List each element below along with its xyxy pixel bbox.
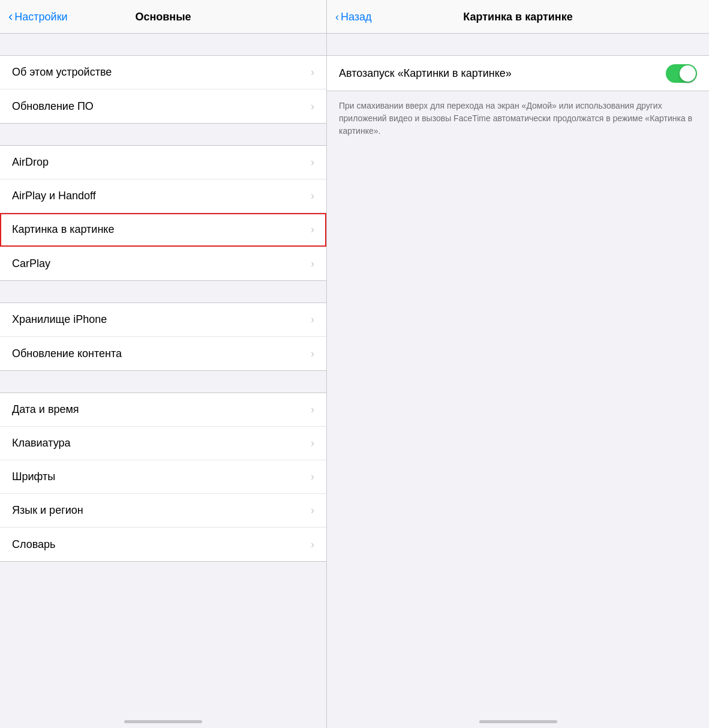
sidebar-item-shrifty[interactable]: Шрифты › [0, 460, 326, 494]
autostart-label: Автозапуск «Картинки в картинке» [339, 67, 512, 80]
left-back-chevron: ‹ [8, 9, 13, 25]
chevron-airplay-handoff: › [311, 190, 314, 202]
chevron-carplay: › [311, 257, 314, 270]
item-label-hranilishche: Хранилище iPhone [12, 313, 107, 326]
right-footer [327, 146, 709, 728]
sidebar-item-yazyk-region[interactable]: Язык и регион › [0, 494, 326, 528]
section-gap-1 [0, 34, 326, 55]
chevron-obnovlenie-kontenta: › [311, 347, 314, 360]
left-panel: ‹ Настройки Основные Об этом устройстве … [0, 0, 327, 728]
item-label-obnovlenie-po: Обновление ПО [12, 100, 94, 113]
right-back-label: Назад [341, 11, 372, 23]
autostart-description: При смахивании вверх для перехода на экр… [327, 91, 709, 146]
left-footer [0, 562, 326, 728]
chevron-obnovlenie-po: › [311, 100, 314, 113]
chevron-yazyk-region: › [311, 504, 314, 517]
settings-group-1: Об этом устройстве › Обновление ПО › [0, 55, 326, 124]
section-gap-3 [0, 281, 326, 302]
left-nav-title: Основные [135, 11, 191, 23]
autostart-toggle-row: Автозапуск «Картинки в картинке» [327, 56, 709, 91]
right-settings-group: Автозапуск «Картинки в картинке» [327, 55, 709, 91]
sidebar-item-carplay[interactable]: CarPlay › [0, 247, 326, 280]
left-back-label: Настройки [14, 11, 67, 23]
section-gap-4 [0, 371, 326, 393]
sidebar-item-ob-ustrojstve[interactable]: Об этом устройстве › [0, 56, 326, 89]
left-nav-bar: ‹ Настройки Основные [0, 0, 326, 34]
item-label-ob-ustrojstve: Об этом устройстве [12, 66, 112, 79]
item-label-data-vremya: Дата и время [12, 403, 79, 416]
item-label-shrifty: Шрифты [12, 471, 55, 483]
sidebar-item-data-vremya[interactable]: Дата и время › [0, 393, 326, 427]
section-gap-2 [0, 124, 326, 145]
right-nav-bar: ‹ Назад Картинка в картинке [327, 0, 709, 34]
item-label-airplay-handoff: AirPlay и Handoff [12, 190, 96, 202]
autostart-toggle[interactable] [666, 64, 697, 83]
chevron-kartinka: › [311, 223, 314, 236]
sidebar-item-airdrop[interactable]: AirDrop › [0, 146, 326, 179]
sidebar-item-kartinka[interactable]: Картинка в картинке › [0, 213, 326, 247]
item-label-carplay: CarPlay [12, 257, 50, 270]
right-panel: ‹ Назад Картинка в картинке Автозапуск «… [327, 0, 709, 728]
item-label-slovar: Словарь [12, 538, 55, 551]
settings-group-4: Дата и время › Клавиатура › Шрифты › Язы… [0, 393, 326, 562]
item-label-yazyk-region: Язык и регион [12, 504, 83, 517]
right-home-indicator [479, 720, 557, 723]
chevron-ob-ustrojstve: › [311, 66, 314, 79]
chevron-slovar: › [311, 538, 314, 551]
sidebar-item-obnovlenie-kontenta[interactable]: Обновление контента › [0, 337, 326, 370]
item-label-kartinka: Картинка в картинке [12, 223, 114, 236]
settings-group-3: Хранилище iPhone › Обновление контента › [0, 302, 326, 371]
right-nav-title: Картинка в картинке [463, 11, 572, 23]
sidebar-item-klaviatura[interactable]: Клавиатура › [0, 427, 326, 460]
sidebar-item-airplay-handoff[interactable]: AirPlay и Handoff › [0, 179, 326, 213]
sidebar-item-slovar[interactable]: Словарь › [0, 528, 326, 561]
sidebar-item-obnovlenie-po[interactable]: Обновление ПО › [0, 89, 326, 123]
sidebar-item-hranilishche[interactable]: Хранилище iPhone › [0, 303, 326, 337]
left-home-indicator [124, 720, 202, 723]
chevron-shrifty: › [311, 471, 314, 483]
chevron-hranilishche: › [311, 313, 314, 326]
right-back-button[interactable]: ‹ Назад [335, 11, 372, 23]
chevron-data-vremya: › [311, 403, 314, 416]
toggle-knob [680, 65, 696, 82]
right-back-chevron: ‹ [335, 11, 339, 23]
right-settings-content: Автозапуск «Картинки в картинке» При сма… [327, 34, 709, 146]
item-label-airdrop: AirDrop [12, 156, 49, 169]
settings-group-2: AirDrop › AirPlay и Handoff › Картинка в… [0, 145, 326, 281]
item-label-klaviatura: Клавиатура [12, 437, 71, 450]
item-label-obnovlenie-kontenta: Обновление контента [12, 347, 122, 360]
left-back-button[interactable]: ‹ Настройки [8, 10, 68, 25]
chevron-klaviatura: › [311, 437, 314, 450]
chevron-airdrop: › [311, 156, 314, 169]
